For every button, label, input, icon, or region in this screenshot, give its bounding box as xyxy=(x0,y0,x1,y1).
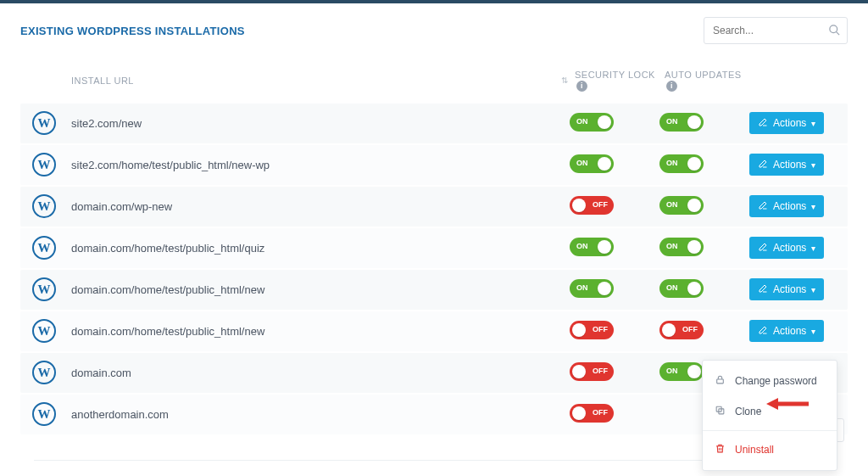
col-security-lock: SECURITY LOCK xyxy=(575,70,655,80)
wordpress-icon: W xyxy=(32,194,56,218)
security-toggle[interactable]: ON xyxy=(570,279,614,298)
wordpress-icon: W xyxy=(32,277,56,301)
edit-icon xyxy=(758,283,768,296)
updates-toggle[interactable]: OFF xyxy=(659,321,704,339)
page-title: EXISTING WORDPRESS INSTALLATIONS xyxy=(20,25,245,37)
install-url[interactable]: domain.com/home/test/public_html/new xyxy=(71,325,264,338)
table-row: Wdomain.com/home/test/public_html/quiz O… xyxy=(20,228,848,268)
chevron-down-icon: ▾ xyxy=(811,202,815,211)
edit-icon xyxy=(758,242,768,255)
info-icon[interactable]: i xyxy=(576,81,587,92)
install-url[interactable]: site2.com/home/test/public_html/new-wp xyxy=(71,159,270,171)
chevron-down-icon: ▾ xyxy=(811,119,815,128)
install-url[interactable]: domain.com/home/test/public_html/quiz xyxy=(71,242,264,255)
updates-toggle[interactable]: ON xyxy=(659,154,704,173)
updates-toggle[interactable]: ON xyxy=(659,238,704,256)
table-row: Wdomain.com/home/test/public_html/new ON… xyxy=(20,270,848,310)
chevron-down-icon: ▾ xyxy=(811,160,815,170)
edit-icon xyxy=(758,159,768,171)
wordpress-icon: W xyxy=(32,111,56,135)
security-toggle[interactable]: ON xyxy=(570,113,614,132)
updates-toggle[interactable]: ON xyxy=(659,196,704,215)
wordpress-icon: W xyxy=(32,236,56,260)
wordpress-icon: W xyxy=(32,402,56,426)
table-row: Wsite2.com/home/test/public_html/new-wp … xyxy=(20,145,848,185)
chevron-down-icon: ▾ xyxy=(811,285,815,294)
menu-separator xyxy=(703,430,837,431)
wordpress-icon: W xyxy=(32,153,56,176)
svg-line-1 xyxy=(836,31,839,35)
col-install-url[interactable]: INSTALL URL xyxy=(71,76,134,86)
trash-icon xyxy=(715,443,726,456)
wordpress-icon: W xyxy=(32,361,56,384)
install-url[interactable]: site2.com/new xyxy=(71,117,142,130)
col-auto-updates: AUTO UPDATES xyxy=(665,70,742,80)
actions-button[interactable]: Actions▾ xyxy=(749,112,824,134)
install-url[interactable]: anotherdomain.com xyxy=(71,408,169,421)
table-row: Wdomain.com/home/test/public_html/new OF… xyxy=(20,311,848,351)
info-icon[interactable]: i xyxy=(666,81,677,92)
install-url[interactable]: domain.com xyxy=(71,367,131,379)
table-header: INSTALL URL ⇅ SECURITY LOCK i AUTO UPDAT… xyxy=(20,63,848,104)
copy-icon xyxy=(715,405,726,418)
security-toggle[interactable]: OFF xyxy=(570,404,614,423)
install-url[interactable]: domain.com/home/test/public_html/new xyxy=(71,283,264,296)
actions-button[interactable]: Actions▾ xyxy=(749,278,824,300)
updates-toggle[interactable]: ON xyxy=(659,362,704,381)
actions-button[interactable]: Actions▾ xyxy=(749,195,824,217)
security-toggle[interactable]: OFF xyxy=(570,321,614,339)
security-toggle[interactable]: ON xyxy=(570,154,614,173)
menu-uninstall[interactable]: Uninstall xyxy=(703,434,837,465)
chevron-down-icon: ▾ xyxy=(811,327,815,336)
search-icon xyxy=(828,24,841,39)
menu-change-password[interactable]: Change password xyxy=(703,366,837,396)
lock-icon xyxy=(715,374,726,388)
actions-dropdown: Change password Clone Uninstall xyxy=(702,360,837,471)
chevron-down-icon: ▾ xyxy=(811,244,815,253)
wordpress-icon: W xyxy=(32,319,56,343)
svg-rect-2 xyxy=(717,379,724,384)
updates-toggle[interactable]: ON xyxy=(659,113,704,132)
actions-button[interactable]: Actions▾ xyxy=(749,154,824,176)
security-toggle[interactable]: OFF xyxy=(570,362,614,381)
edit-icon xyxy=(758,200,768,213)
search-box xyxy=(704,17,848,44)
updates-toggle[interactable]: ON xyxy=(659,279,704,298)
install-url[interactable]: domain.com/wp-new xyxy=(71,200,172,213)
svg-point-0 xyxy=(830,25,837,33)
search-input[interactable] xyxy=(704,17,848,44)
actions-button[interactable]: Actions▾ xyxy=(749,237,824,259)
security-toggle[interactable]: ON xyxy=(570,238,614,256)
menu-clone[interactable]: Clone xyxy=(703,396,837,427)
edit-icon xyxy=(758,117,768,130)
security-toggle[interactable]: OFF xyxy=(570,196,614,215)
table-row: Wsite2.com/new ONONActions▾ xyxy=(20,104,848,143)
sort-icon[interactable]: ⇅ xyxy=(561,76,569,85)
actions-button[interactable]: Actions▾ xyxy=(749,320,824,342)
table-row: Wdomain.com/wp-new OFFONActions▾ xyxy=(20,187,848,227)
edit-icon xyxy=(758,325,768,338)
